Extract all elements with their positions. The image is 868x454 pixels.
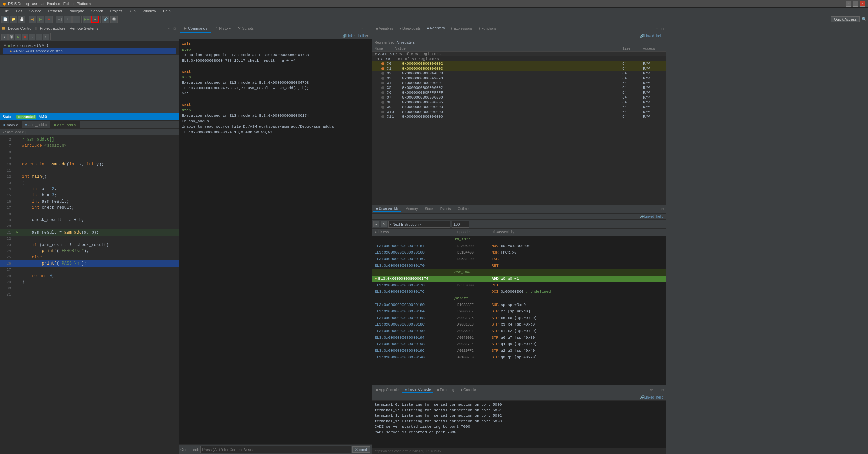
- disasm-row-19c[interactable]: EL3:0x000000008000019C A0020FF2 STP q2,q…: [372, 348, 666, 354]
- project-explorer-tab[interactable]: Project Explorer: [40, 26, 67, 30]
- maximize-btn[interactable]: ◻: [853, 1, 858, 7]
- step-btn[interactable]: →: [91, 16, 99, 23]
- console-clear-btn[interactable]: 🗑: [649, 388, 654, 392]
- debug-step-out-btn[interactable]: ↑: [43, 34, 49, 40]
- run-btn[interactable]: ▶: [37, 16, 44, 23]
- tab-stack[interactable]: Stack: [422, 206, 436, 211]
- reg-subgroup-core[interactable]: ▼ Core 64 of 64 registers: [372, 56, 666, 61]
- disasm-row-198[interactable]: EL3:0x0000000080000198 A00317E4 STP q4,q…: [372, 341, 666, 348]
- debug-btn[interactable]: ◀: [29, 16, 36, 23]
- tab-error-log[interactable]: ■ Error Log: [434, 387, 457, 393]
- disasm-address-input[interactable]: [388, 221, 450, 228]
- disasm-row-178[interactable]: EL3:0x0000000080000178 D65F0300 RET: [372, 282, 666, 289]
- menu-refactor[interactable]: Refactor: [47, 9, 64, 13]
- debug-step-over-btn[interactable]: →: [29, 34, 35, 40]
- menu-navigate[interactable]: Navigate: [68, 9, 85, 13]
- disasm-row-164[interactable]: EL3:0x0000000080000164 D2A06000 MOV x0,#…: [372, 243, 666, 249]
- disasm-row-188[interactable]: EL3:0x0000000080000188 A90C1BE5 STP x5,x…: [372, 315, 666, 321]
- tab-functions[interactable]: ƒ Functions: [476, 26, 499, 31]
- console-max-btn[interactable]: ◻: [660, 388, 665, 392]
- commands-max-btn[interactable]: ◻: [365, 26, 370, 31]
- disasm-refresh-btn[interactable]: ↻: [381, 221, 387, 227]
- remote-systems-tab[interactable]: Remote Systems: [70, 26, 98, 30]
- minimize-btn[interactable]: −: [846, 1, 851, 7]
- vm-root[interactable]: ▼ ■ hello connected VM:0: [3, 43, 176, 48]
- disasm-row-190[interactable]: EL3:0x0000000080000190 A00A60E1 STP x1,x…: [372, 328, 666, 334]
- tab-target-console[interactable]: ■ Target Console: [402, 387, 434, 393]
- disasm-row-170[interactable]: EL3:0x0000000080000170 RET: [372, 262, 666, 269]
- reg-x8[interactable]: X8 0x0000000000000005 64 R/W: [372, 100, 666, 105]
- reg-x11[interactable]: X11 0x0000000000000000 64 R/W: [372, 114, 666, 119]
- reg-min-btn[interactable]: −: [655, 26, 659, 31]
- tab-registers[interactable]: ■ Registers: [424, 25, 447, 31]
- disassembly-table[interactable]: Address Opcode Disassembly fp_init EL3:0…: [372, 229, 666, 385]
- submit-button[interactable]: Submit: [352, 446, 370, 453]
- tab-asm-add-s[interactable]: ■ asm_add.s: [51, 121, 80, 128]
- tab-asm-add-c[interactable]: ■ asm_add.c: [22, 121, 51, 128]
- tab-mainc[interactable]: ■ main.c: [0, 121, 22, 128]
- tab-breakpoints[interactable]: ● Breakpoints: [397, 26, 423, 31]
- debug-continue-btn[interactable]: ▶: [15, 34, 21, 40]
- disasm-row-18c[interactable]: EL3:0x000000008000018C A90813E3 STP x3,x…: [372, 321, 666, 328]
- disasm-count-input[interactable]: [452, 221, 469, 228]
- panel-min-btn[interactable]: −: [166, 26, 171, 31]
- reg-x10[interactable]: X10 0x0000000000000000 64 R/W: [372, 110, 666, 114]
- reg-x1[interactable]: X1 0x0000000000000003 64 R/W: [372, 66, 666, 71]
- reg-x6[interactable]: X6 0x000000000FFFFFFF 64 R/W: [372, 90, 666, 95]
- tab-expressions[interactable]: ƒ Expressions: [448, 26, 475, 31]
- tab-memory[interactable]: Memory: [403, 206, 421, 211]
- tab-commands[interactable]: ▶ Commands: [180, 24, 211, 33]
- step-into-btn[interactable]: ↓: [64, 16, 72, 23]
- tab-app-console[interactable]: ■ App Console: [373, 387, 401, 393]
- new-btn[interactable]: 📄: [1, 16, 9, 23]
- disasm-row-17c[interactable]: EL3:0x000000008000017C DCI 0x00000000 ; …: [372, 289, 666, 295]
- reg-set-value[interactable]: All registers: [397, 41, 415, 44]
- disasm-row-16c[interactable]: EL3:0x000000008000016C D0531F00 ISB: [372, 256, 666, 262]
- reg-max-btn[interactable]: ◻: [660, 26, 665, 31]
- console-min-btn[interactable]: −: [655, 388, 659, 392]
- stop-btn[interactable]: ■: [45, 16, 53, 23]
- menu-file[interactable]: File: [1, 9, 10, 13]
- disconnect-btn[interactable]: 🔘: [110, 16, 118, 23]
- commands-output[interactable]: wait step Execution stopped in EL3h mode…: [179, 39, 372, 444]
- reg-x7[interactable]: X7 0x0000000000000000 64 R/W: [372, 95, 666, 100]
- panel-max-btn[interactable]: ◻: [172, 26, 177, 31]
- disasm-row-194[interactable]: EL3:0x0000000080000194 A0040001 STP q6,q…: [372, 334, 666, 341]
- disasm-row-180[interactable]: EL3:0x0000000080000180 D10383FF SUB sp,s…: [372, 302, 666, 308]
- continue-btn[interactable]: ▶▶: [83, 16, 91, 23]
- tab-variables[interactable]: ■ Variables: [373, 26, 396, 31]
- debug-stop-btn[interactable]: ■: [22, 34, 28, 40]
- quick-access-field[interactable]: Quick Access: [831, 16, 860, 22]
- debug-step-in-btn[interactable]: ↓: [36, 34, 42, 40]
- disasm-row-184[interactable]: EL3:0x0000000080000184 F9006BE7 STR x7,[…: [372, 308, 666, 315]
- disasm-back-btn[interactable]: ◄: [373, 221, 379, 227]
- command-input[interactable]: [200, 446, 351, 453]
- menu-help[interactable]: Help: [161, 9, 172, 13]
- disasm-row-168[interactable]: EL3:0x0000000080000168 D51B4400 MSR FPCR…: [372, 249, 666, 256]
- connect-btn[interactable]: 🔗: [102, 16, 109, 23]
- disasm-row-174-current[interactable]: ► EL3:0x0000000080000174 ADD w0,w0,w1: [372, 276, 666, 282]
- reg-x3[interactable]: X3 0x0000000080049090 64 R/W: [372, 76, 666, 81]
- tab-history[interactable]: ⏲ History: [211, 24, 234, 33]
- menu-project[interactable]: Project: [108, 9, 123, 13]
- menu-window[interactable]: Window: [141, 9, 157, 13]
- disasm-row-1a0[interactable]: EL3:0x00000000800001A0 A01007E0 STP q0,q…: [372, 354, 666, 361]
- tab-outline[interactable]: Outline: [455, 206, 471, 211]
- close-btn[interactable]: ×: [860, 1, 865, 7]
- menu-search[interactable]: Search: [90, 9, 105, 13]
- tab-events[interactable]: Events: [438, 206, 454, 211]
- disasm-min-btn[interactable]: −: [655, 207, 659, 211]
- save-btn[interactable]: 💾: [18, 16, 25, 23]
- step-return-btn[interactable]: ↑: [72, 16, 80, 23]
- reg-x4[interactable]: X4 0x0000000000000001 64 R/W: [372, 81, 666, 85]
- tab-disassembly[interactable]: ■ Disassembly: [373, 206, 401, 212]
- tab-console[interactable]: ■ Console: [458, 387, 479, 393]
- window-controls[interactable]: − ◻ ×: [846, 1, 865, 7]
- reg-x0[interactable]: X0 0x0000000000000002 64 R/W: [372, 61, 666, 66]
- code-editor[interactable]: 2 * asm_add.c[] 7 #include <stdio.h> 8: [0, 135, 179, 454]
- console-output[interactable]: terminal_0: Listening for serial connect…: [372, 401, 666, 448]
- debug-disconnect-btn[interactable]: 🔘: [8, 34, 14, 40]
- menu-run[interactable]: Run: [127, 9, 137, 13]
- reg-x9[interactable]: X9 0x0000000000000003 64 R/W: [372, 105, 666, 110]
- menu-source[interactable]: Source: [28, 9, 43, 13]
